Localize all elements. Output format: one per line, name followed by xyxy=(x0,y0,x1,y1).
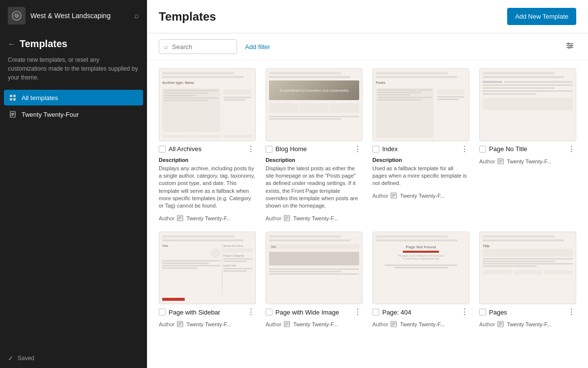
template-card-footer: Page: 404 ⋮ xyxy=(372,308,469,316)
template-card: Title Page with Wide Image ⋮ Author xyxy=(266,232,363,328)
back-arrow-icon[interactable]: ← xyxy=(8,40,16,49)
author-label: Author xyxy=(372,193,388,199)
template-card: Page Not Found The page you're looking f… xyxy=(372,232,469,328)
author-name: Twenty Twenty-F... xyxy=(400,321,444,327)
template-desc-text: Displays any archive, including posts by… xyxy=(159,165,256,210)
page-template-icon xyxy=(391,192,397,199)
author-label: Author xyxy=(479,321,495,327)
template-author-row: Author Twenty Twenty-F... xyxy=(159,215,256,222)
template-desc-label: Description xyxy=(159,157,256,163)
toolbar: ⌕ Add filter xyxy=(147,33,588,60)
template-description-section: Description Used as a fallback template … xyxy=(372,157,469,187)
header-search-icon[interactable]: ⌕ xyxy=(134,11,139,20)
main-header: Templates Add New Template xyxy=(147,0,588,33)
author-name: Twenty Twenty-F... xyxy=(186,321,231,327)
add-new-template-button[interactable]: Add New Template xyxy=(507,8,576,25)
sidebar-header: West & West Landscaping ⌕ xyxy=(0,0,147,31)
template-more-button[interactable]: ⋮ xyxy=(460,308,469,316)
sidebar-item-all-templates[interactable]: All templates xyxy=(4,90,143,105)
template-checkbox[interactable] xyxy=(266,309,272,315)
page-template-icon xyxy=(177,215,184,222)
author-name: Twenty Twenty-F... xyxy=(400,193,444,199)
svg-rect-1 xyxy=(10,95,12,97)
filter-options-button[interactable] xyxy=(564,39,576,54)
template-checkbox[interactable] xyxy=(479,146,486,153)
template-more-button[interactable]: ⋮ xyxy=(353,145,363,153)
template-checkbox[interactable] xyxy=(479,309,486,315)
sidebar-back-nav: ← Templates xyxy=(0,31,147,53)
template-more-button[interactable]: ⋮ xyxy=(246,145,256,153)
page-template-icon xyxy=(391,321,397,328)
template-card-footer: Pages ⋮ xyxy=(479,308,576,316)
grid-icon xyxy=(9,94,17,102)
svg-point-13 xyxy=(571,45,572,47)
template-card: A commitment to innovation and sustainab… xyxy=(266,68,363,222)
template-preview[interactable]: Page Not Found The page you're looking f… xyxy=(372,232,469,305)
template-more-button[interactable]: ⋮ xyxy=(566,308,576,316)
template-more-button[interactable]: ⋮ xyxy=(246,308,256,316)
svg-point-14 xyxy=(569,47,570,49)
template-name: Pages xyxy=(489,309,564,316)
main-content: Templates Add New Template ⌕ Add filter xyxy=(147,0,588,368)
template-card: Archive type: Name xyxy=(159,68,256,222)
template-checkbox[interactable] xyxy=(266,146,272,153)
template-author-row: Author Twenty Twenty-F... xyxy=(479,321,576,328)
template-preview[interactable]: Archive type: Name xyxy=(159,68,256,141)
page-title: Templates xyxy=(159,10,216,24)
template-card-footer: Page No Title ⋮ xyxy=(479,145,576,153)
template-card: Title Browse the author Popular Categori… xyxy=(159,232,256,328)
author-name: Twenty Twenty-F... xyxy=(293,215,338,221)
template-name: Page with Wide Image xyxy=(275,309,350,316)
template-preview[interactable]: Posts xyxy=(372,68,469,141)
template-card-footer: Page with Wide Image ⋮ xyxy=(266,308,363,316)
page-template-icon xyxy=(284,215,291,222)
template-card: Page No Title ⋮ Author Twenty Twenty-F..… xyxy=(479,68,576,222)
template-preview[interactable]: Title Browse the author Popular Categori… xyxy=(159,232,256,305)
svg-rect-2 xyxy=(13,95,16,97)
template-desc-text: Displays the latest posts as either the … xyxy=(266,165,363,210)
template-preview[interactable] xyxy=(479,68,576,141)
add-filter-button[interactable]: Add filter xyxy=(243,40,272,53)
template-preview[interactable]: A commitment to innovation and sustainab… xyxy=(266,68,363,141)
page-template-icon xyxy=(497,158,504,165)
template-more-button[interactable]: ⋮ xyxy=(460,145,469,153)
template-card: Posts xyxy=(372,68,469,222)
template-name: All Archives xyxy=(169,145,243,153)
template-preview[interactable]: Title xyxy=(479,232,576,305)
template-author-row: Author Twenty Twenty-F... xyxy=(479,158,576,165)
templates-grid: Archive type: Name xyxy=(147,60,588,368)
template-more-button[interactable]: ⋮ xyxy=(353,308,363,316)
saved-label: Saved xyxy=(18,355,34,362)
template-more-button[interactable]: ⋮ xyxy=(566,145,576,153)
template-author-row: Author Twenty Twenty-F... xyxy=(266,215,363,222)
page-template-icon xyxy=(284,321,291,328)
search-input[interactable] xyxy=(172,43,232,51)
sidebar-section-title: Templates xyxy=(20,38,67,50)
template-checkbox[interactable] xyxy=(159,309,166,315)
wp-logo xyxy=(8,7,25,25)
sidebar-item-twenty-twenty-four[interactable]: Twenty Twenty-Four xyxy=(4,106,143,122)
author-name: Twenty Twenty-F... xyxy=(293,321,338,327)
template-card: Title Pages ⋮ xyxy=(479,232,576,328)
template-author-row: Author Twenty Twenty-F... xyxy=(372,321,469,328)
template-desc-label: Description xyxy=(372,157,469,163)
template-card-footer: Page with Sidebar ⋮ xyxy=(159,308,256,316)
template-card-footer: All Archives ⋮ xyxy=(159,145,256,153)
sidebar-nav: All templates Twenty Twenty-Four xyxy=(0,90,147,122)
template-preview[interactable]: Title xyxy=(266,232,363,305)
template-desc-label: Description xyxy=(266,157,363,163)
search-icon: ⌕ xyxy=(164,43,168,51)
page-icon xyxy=(9,110,17,118)
site-name: West & West Landscaping xyxy=(30,12,111,20)
template-name: Index xyxy=(382,145,457,153)
template-name: Page: 404 xyxy=(382,309,457,316)
page-template-icon xyxy=(497,321,504,328)
svg-point-12 xyxy=(568,43,569,45)
author-label: Author xyxy=(266,215,281,221)
template-checkbox[interactable] xyxy=(159,146,166,153)
template-checkbox[interactable] xyxy=(372,146,379,153)
template-checkbox[interactable] xyxy=(372,309,379,315)
svg-rect-4 xyxy=(13,98,16,101)
saved-check-icon: ✓ xyxy=(8,354,14,362)
search-box: ⌕ xyxy=(159,39,237,54)
